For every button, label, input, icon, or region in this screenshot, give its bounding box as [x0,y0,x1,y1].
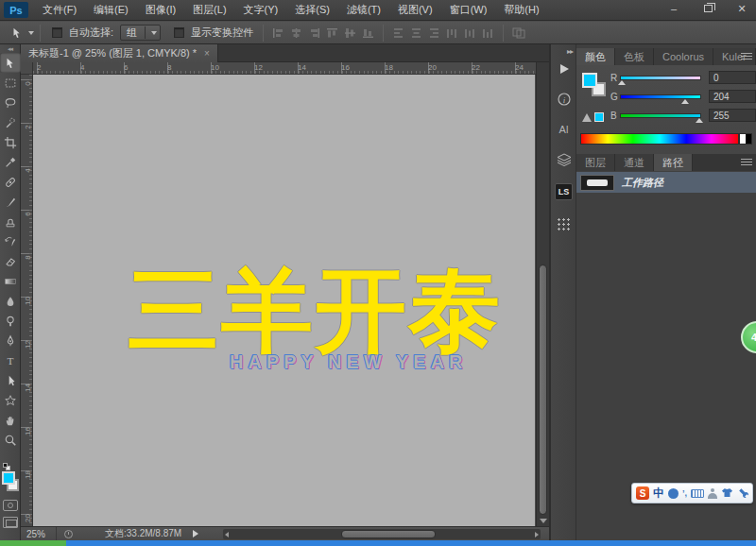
gamut-warning[interactable] [582,111,607,124]
layer-styles-panel-icon[interactable]: LS [553,180,575,203]
move-tool-preset-icon[interactable] [8,25,26,42]
auto-select-target-dropdown[interactable]: 组 [120,25,161,41]
rectangular-marquee-tool[interactable] [0,73,21,93]
tab-paths[interactable]: 路径 [654,154,693,171]
red-slider-handle[interactable] [618,80,626,85]
blue-slider[interactable] [620,113,701,118]
tab-close-icon[interactable]: × [204,48,210,59]
distribute-bottom-edges-button[interactable] [425,25,443,42]
clone-stamp-tool[interactable] [0,212,21,231]
hand-tool[interactable] [0,410,21,430]
work-path-row[interactable]: 工作路径 [576,172,756,193]
foreground-color-swatch[interactable] [2,471,15,485]
toolbox-collapse-icon[interactable]: ◂◂ [0,44,20,53]
blue-slider-handle[interactable] [696,118,703,123]
full-half-width-icon[interactable] [668,488,679,499]
ruler-origin-corner[interactable] [21,62,33,75]
vertical-scrollbar[interactable] [536,62,549,526]
sogou-logo-icon[interactable]: S [636,486,649,500]
custom-shape-tool[interactable] [0,390,21,410]
history-brush-tool[interactable] [0,231,21,251]
align-horizontal-centers-button[interactable] [287,25,305,42]
info-panel-icon[interactable]: i [553,88,575,111]
red-value-field[interactable]: 0 [709,71,756,84]
expand-panels-icon[interactable]: ▸▸ [567,47,573,56]
align-top-edges-button[interactable] [323,25,341,42]
document-canvas[interactable]: 三羊开泰 HAPPY NEW YEAR [33,75,535,526]
tab-channels[interactable]: 通道 [615,154,654,171]
distribute-vertical-centers-button[interactable] [407,25,425,42]
lasso-tool[interactable] [0,93,21,112]
zoom-level-field[interactable]: 25% [21,527,57,541]
white-black-swatches[interactable] [739,133,752,145]
ime-language-mode[interactable]: 中 [653,486,664,502]
minimize-button[interactable]: – [663,2,684,16]
horizontal-ruler[interactable]: 2 4 6 8 10 12 14 16 18 20 22 24 [33,62,536,75]
menu-select[interactable]: 选择(S) [286,0,338,20]
align-vertical-centers-button[interactable] [341,25,359,42]
align-left-edges-button[interactable] [269,25,287,42]
red-slider[interactable] [620,76,701,80]
dodge-tool[interactable] [0,311,21,331]
move-tool[interactable] [0,53,21,73]
document-tab[interactable]: 未标题-1 @ 25% (图层 1, CMYK/8) * × [21,44,218,62]
quick-selection-tool[interactable] [0,112,21,132]
tab-layers[interactable]: 图层 [576,154,615,171]
vertical-ruler[interactable]: 0 2 4 6 8 10 12 14 16 18 20 [21,75,33,526]
blue-value-field[interactable]: 255 [709,109,756,122]
menu-help[interactable]: 帮助(H) [495,0,547,20]
status-flyout-icon[interactable] [193,530,198,537]
panel-foreground-swatch[interactable] [582,73,597,88]
show-transform-checkbox[interactable] [174,27,184,38]
healing-brush-tool[interactable] [0,172,21,192]
account-icon[interactable] [708,488,717,499]
green-slider[interactable] [620,94,701,99]
menu-file[interactable]: 文件(F) [34,0,85,20]
punctuation-icon[interactable]: ’, [682,489,687,497]
crop-tool[interactable] [0,132,21,152]
menu-layer[interactable]: 图层(L) [184,0,234,20]
blur-tool[interactable] [0,291,21,311]
horizontal-scrollbar[interactable] [223,529,541,539]
panel-menu-icon[interactable] [741,159,752,166]
distribute-right-edges-button[interactable] [479,25,497,42]
web-safe-swatch[interactable] [594,112,604,122]
auto-select-checkbox[interactable] [52,27,62,38]
gradient-tool[interactable] [0,271,21,291]
horizontal-scrollbar-thumb[interactable] [341,530,436,538]
path-selection-tool[interactable] [0,370,21,390]
layers-panel-icon[interactable] [553,148,575,171]
brush-tool[interactable] [0,192,21,212]
auto-align-layers-button[interactable] [509,25,527,42]
pen-tool[interactable] [0,331,21,350]
menu-view[interactable]: 视图(V) [389,0,441,20]
menu-image[interactable]: 图像(I) [137,0,184,20]
tool-preset-dropdown-icon[interactable] [28,31,34,35]
vertical-scrollbar-thumb[interactable] [539,264,547,515]
color-spectrum-ramp[interactable] [580,133,739,145]
align-bottom-edges-button[interactable] [359,25,377,42]
distribute-top-edges-button[interactable] [389,25,407,42]
tab-color[interactable]: 颜色 [576,48,615,65]
glyphs-panel-icon[interactable] [553,213,575,235]
restore-button[interactable] [697,2,718,16]
scroll-down-icon[interactable] [540,519,547,523]
type-tool[interactable]: T [0,350,21,370]
align-right-edges-button[interactable] [305,25,323,42]
zoom-tool[interactable] [0,430,21,450]
green-slider-handle[interactable] [681,99,689,104]
green-value-field[interactable]: 204 [709,90,756,103]
eraser-tool[interactable] [0,251,21,271]
actions-panel-icon[interactable] [553,58,575,80]
menu-window[interactable]: 窗口(W) [441,0,496,20]
panel-menu-icon[interactable] [741,53,752,60]
default-colors-icon[interactable] [3,463,9,469]
close-button[interactable]: ✕ [731,2,752,16]
quick-mask-button[interactable] [3,500,18,511]
skin-icon[interactable] [721,487,733,500]
tab-swatches[interactable]: 色板 [615,48,654,65]
eyedropper-tool[interactable] [0,152,21,172]
soft-keyboard-icon[interactable] [691,489,704,498]
scroll-right-icon[interactable] [535,532,539,537]
menu-type[interactable]: 文字(Y) [235,0,287,20]
